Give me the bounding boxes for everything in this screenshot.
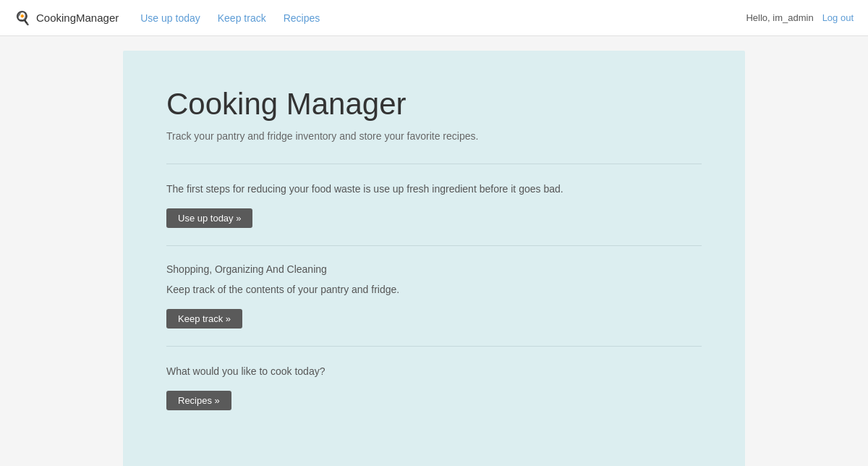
- main-content: Cooking Manager Track your pantry and fr…: [123, 51, 745, 466]
- navbar-right: Hello, im_admin Log out: [746, 12, 854, 23]
- greeting-text: Hello, im_admin: [746, 12, 813, 23]
- use-up-today-button[interactable]: Use up today »: [166, 208, 252, 228]
- section-keep-track: Shopping, Organizing And Cleaning Keep t…: [166, 245, 702, 346]
- section-recipes: What would you like to cook today? Recip…: [166, 346, 702, 428]
- section-keep-track-heading: Shopping, Organizing And Cleaning: [166, 263, 702, 275]
- section-recipes-text: What would you like to cook today?: [166, 364, 702, 379]
- brand-label: CookingManager: [36, 12, 119, 24]
- page-title: Cooking Manager: [166, 87, 702, 122]
- section-use-up-text: The first steps for reducing your food w…: [166, 182, 702, 197]
- recipes-button[interactable]: Recipes »: [166, 391, 231, 410]
- brand-link[interactable]: 🍳 CookingManager: [14, 10, 119, 26]
- navbar-links: Use up today Keep track Recipes: [140, 12, 320, 24]
- section-use-up: The first steps for reducing your food w…: [166, 164, 702, 245]
- nav-keep-track[interactable]: Keep track: [218, 12, 266, 24]
- page-wrapper: Cooking Manager Track your pantry and fr…: [0, 36, 868, 466]
- nav-use-up-today[interactable]: Use up today: [140, 12, 200, 24]
- chef-icon: 🍳: [14, 10, 30, 26]
- nav-recipes[interactable]: Recipes: [284, 12, 320, 24]
- keep-track-button[interactable]: Keep track »: [166, 309, 242, 329]
- section-keep-track-text: Keep track of the contents of your pantr…: [166, 282, 702, 297]
- page-subtitle: Track your pantry and fridge inventory a…: [166, 130, 702, 142]
- logout-link[interactable]: Log out: [822, 12, 854, 23]
- navbar: 🍳 CookingManager Use up today Keep track…: [0, 0, 868, 36]
